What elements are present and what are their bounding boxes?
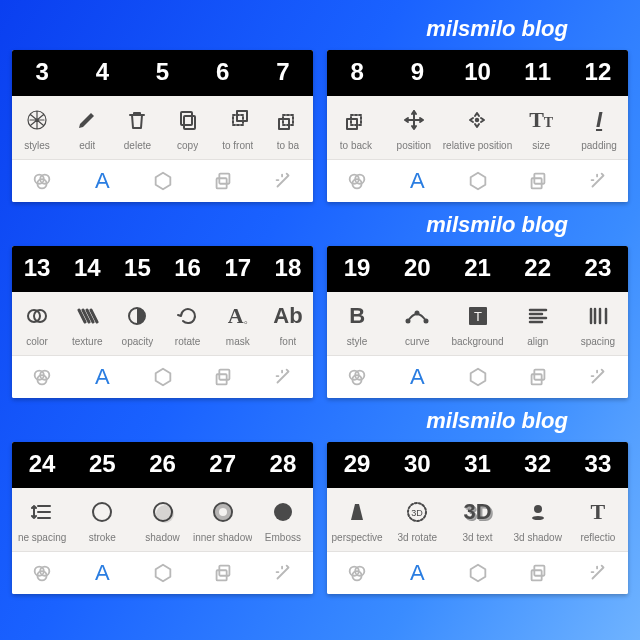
shape-tab[interactable] [447,552,507,594]
num-label: 29 [327,450,387,478]
toolbar: perspective 3D 3d rotate 3D 3d text 3d s… [327,488,628,552]
tool-relative-position[interactable]: relative position [443,96,512,159]
a-tab[interactable]: A [387,552,447,594]
tool-label: size [532,140,550,151]
svg-marker-18 [470,173,485,190]
color-tab[interactable] [327,552,387,594]
tool-font[interactable]: Ab font [263,292,313,355]
layer-tab[interactable] [193,552,253,594]
num-label: 3 [12,58,72,86]
tool-emboss[interactable]: Emboss [253,488,313,551]
svg-marker-40 [470,369,485,386]
svg-point-34 [416,312,419,315]
shape-tab[interactable] [447,356,507,398]
svg-point-58 [532,516,544,520]
svg-rect-1 [181,112,192,125]
layer-tab[interactable] [508,160,568,202]
wand-tab[interactable] [568,356,628,398]
tool-label: mask [226,336,250,347]
number-strip: 2425262728 [12,442,313,488]
shape-tab[interactable] [132,552,192,594]
tool-curve[interactable]: curve [387,292,447,355]
wand-tab[interactable] [253,356,313,398]
tool-copy[interactable]: copy [163,96,213,159]
tool-background[interactable]: T background [447,292,507,355]
number-strip: 1920212223 [327,246,628,292]
num-label: 24 [12,450,72,478]
layer-tab[interactable] [193,160,253,202]
wand-tab[interactable] [568,160,628,202]
tool-reflection[interactable]: T reflectio [568,488,628,551]
tool-rotate[interactable]: rotate [163,292,213,355]
svg-marker-62 [470,565,485,582]
tool-to-back[interactable]: to ba [263,96,313,159]
toolbar: ne spacing stroke shadow inner shadow Em… [12,488,313,552]
tool-to-front[interactable]: to front [213,96,263,159]
tool-label: Emboss [265,532,301,543]
tool-shadow[interactable]: shadow [132,488,192,551]
color-tab[interactable] [12,160,72,202]
wand-tab[interactable] [253,552,313,594]
shadow-icon [149,498,177,526]
tab-strip: A [327,356,628,398]
wand-tab[interactable] [568,552,628,594]
layer-tab[interactable] [193,356,253,398]
shape-tab[interactable] [132,356,192,398]
tool-align[interactable]: align [508,292,568,355]
tool-label: to ba [277,140,299,151]
rotate-icon [174,302,202,330]
edit-icon [73,106,101,134]
tool-color[interactable]: color [12,292,62,355]
tool-stroke[interactable]: stroke [72,488,132,551]
padding-icon: I [585,106,613,134]
tool-padding[interactable]: I padding [570,96,628,159]
tool-edit[interactable]: edit [62,96,112,159]
wand-tab[interactable] [253,160,313,202]
color-tab[interactable] [12,356,72,398]
row-2: 2425262728 ne spacing stroke shadow inne… [12,442,628,594]
tool-label: 3d shadow [514,532,562,543]
tool-opacity[interactable]: opacity [112,292,162,355]
tool-label: color [26,336,48,347]
a-tab[interactable]: A [387,160,447,202]
tool-3d-rotate[interactable]: 3D 3d rotate [387,488,447,551]
a-tab[interactable]: A [72,160,132,202]
tool-line-spacing[interactable]: ne spacing [12,488,72,551]
a-tab[interactable]: A [72,356,132,398]
panel-left: 34567 styles edit delete copy to front t… [12,50,313,202]
tool-text-style[interactable]: B style [327,292,387,355]
tool-position[interactable]: position [385,96,443,159]
tool-label: font [280,336,297,347]
tool-delete[interactable]: delete [112,96,162,159]
copy-icon [174,106,202,134]
tool-mask[interactable]: A◦ mask [213,292,263,355]
tool-3d-shadow[interactable]: 3d shadow [508,488,568,551]
3d-rotate-icon: 3D [403,498,431,526]
svg-point-32 [407,320,410,323]
color-tab[interactable] [327,356,387,398]
tool-label: shadow [145,532,179,543]
tool-styles[interactable]: styles [12,96,62,159]
tool-label: rotate [175,336,201,347]
layer-tab[interactable] [508,552,568,594]
layer-tab[interactable] [508,356,568,398]
tool-spacing[interactable]: spacing [568,292,628,355]
color-tab[interactable] [327,160,387,202]
tool-to-back[interactable]: to back [327,96,385,159]
background-icon: T [464,302,492,330]
tool-inner-shadow[interactable]: inner shadow [193,488,253,551]
tool-3d-text[interactable]: 3D 3d text [447,488,507,551]
tool-texture[interactable]: texture [62,292,112,355]
num-label: 7 [253,58,313,86]
curve-icon [403,302,431,330]
num-label: 32 [508,450,568,478]
tool-size[interactable]: TT size [512,96,570,159]
tab-strip: A [327,160,628,202]
a-tab[interactable]: A [72,552,132,594]
tool-perspective[interactable]: perspective [327,488,387,551]
tool-label: padding [581,140,617,151]
color-tab[interactable] [12,552,72,594]
shape-tab[interactable] [132,160,192,202]
shape-tab[interactable] [447,160,507,202]
a-tab[interactable]: A [387,356,447,398]
